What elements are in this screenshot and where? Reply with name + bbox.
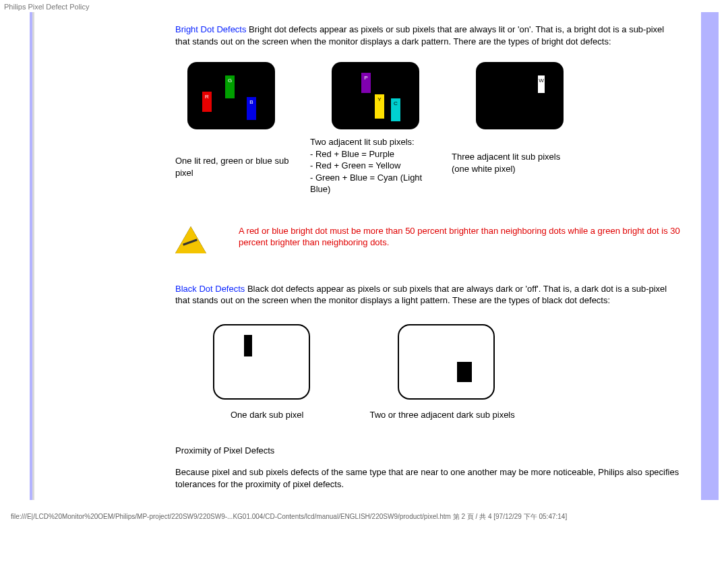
black-captions-row: One dark sub pixel Two or three adjacent… bbox=[231, 409, 681, 421]
warning-row: A red or blue bright dot must be more th… bbox=[175, 225, 681, 253]
subpixel-cyan-icon: C bbox=[391, 98, 400, 121]
bright-cap3-line1: Three adjacent lit sub pixels bbox=[452, 152, 560, 162]
bright-captions-row: One lit red, green or blue sub pixel Two… bbox=[175, 136, 681, 195]
warning-text: A red or blue bright dot must be more th… bbox=[239, 225, 681, 249]
black-dot-diagram-row bbox=[213, 324, 681, 400]
dark-diagram-one bbox=[213, 324, 310, 400]
bright-diagram-rgb: R G B bbox=[187, 62, 275, 129]
subpixel-blue-icon: B bbox=[247, 97, 256, 120]
bright-dot-body: Bright dot defects appear as pixels or s… bbox=[175, 24, 664, 46]
subpixel-green-icon: G bbox=[225, 75, 235, 98]
warning-triangle-icon bbox=[175, 226, 206, 253]
bright-diagram-pyc: P Y C bbox=[332, 62, 419, 129]
proximity-heading: Proximity of Pixel Defects bbox=[175, 445, 681, 457]
bright-cap2-line3: - Red + Green = Yellow bbox=[310, 160, 400, 170]
black-caption-1: One dark sub pixel bbox=[231, 409, 303, 421]
proximity-body: Because pixel and sub pixels defects of … bbox=[175, 466, 681, 490]
bright-caption-3: Three adjacent lit sub pixels (one white… bbox=[452, 136, 560, 195]
black-caption-2: Two or three adjacent dark sub pixels bbox=[369, 409, 514, 421]
left-rail-divider bbox=[32, 12, 34, 500]
document-body: Bright Dot Defects Bright dot defects ap… bbox=[175, 12, 681, 490]
subpixel-red-icon: R bbox=[202, 92, 212, 112]
bright-cap2-line4: - Green + Blue = Cyan (Light Blue) bbox=[310, 173, 422, 195]
dark-diagram-multi bbox=[398, 324, 495, 400]
dark-subpixel-multi-icon bbox=[457, 362, 472, 382]
bright-caption-1: One lit red, green or blue sub pixel bbox=[175, 136, 310, 195]
subpixel-purple-icon: P bbox=[361, 73, 371, 93]
page-header-title: Philips Pixel Defect Policy bbox=[0, 0, 728, 12]
right-rail-accent bbox=[701, 12, 719, 500]
black-dot-body: Black dot defects appear as pixels or su… bbox=[175, 284, 667, 306]
page-frame: Bright Dot Defects Bright dot defects ap… bbox=[0, 12, 728, 526]
bright-cap2-line2: - Red + Blue = Purple bbox=[310, 149, 394, 159]
bright-caption-2: Two adjacent lit sub pixels: - Red + Blu… bbox=[310, 136, 452, 195]
subpixel-yellow-icon: Y bbox=[375, 94, 384, 119]
bright-cap2-line1: Two adjacent lit sub pixels: bbox=[310, 137, 415, 147]
footer-file-path: file:///E|/LCD%20Monitor%20OEM/Philips/M… bbox=[0, 512, 728, 522]
bright-dot-diagram-row: R G B P Y C W bbox=[187, 62, 681, 129]
subpixel-white-icon: W bbox=[538, 75, 545, 93]
black-dot-term: Black Dot Defects bbox=[175, 284, 245, 294]
bright-dot-term: Bright Dot Defects bbox=[175, 24, 247, 34]
dark-subpixel-one-icon bbox=[244, 335, 252, 356]
bright-cap3-line2: (one white pixel) bbox=[452, 164, 516, 174]
bright-dot-paragraph: Bright Dot Defects Bright dot defects ap… bbox=[175, 24, 681, 47]
bright-diagram-white: W bbox=[476, 62, 564, 129]
black-dot-paragraph: Black Dot Defects Black dot defects appe… bbox=[175, 283, 681, 307]
